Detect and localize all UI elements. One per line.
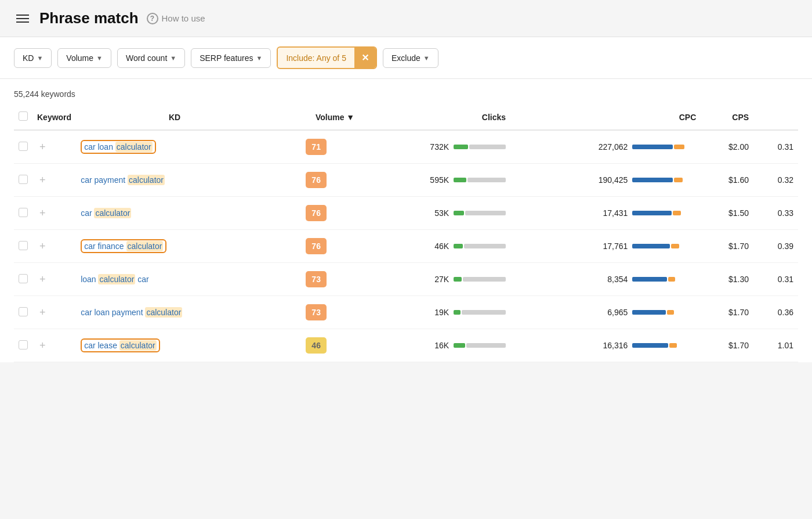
- cps-cell: 0.32: [753, 164, 798, 197]
- cps-header: CPS: [701, 104, 753, 130]
- help-label: How to use: [162, 13, 205, 23]
- kd-filter-button[interactable]: KD ▼: [14, 48, 52, 68]
- keyword-cell: car finance calculator: [76, 230, 273, 263]
- keywords-count: 55,244 keywords: [14, 79, 798, 104]
- clicks-bar-blue: [632, 178, 673, 182]
- kd-cell: 76: [273, 197, 359, 230]
- volume-bar-gray: [465, 211, 506, 215]
- cps-value: 0.31: [778, 142, 793, 152]
- keyword-link[interactable]: loan calculator car: [81, 274, 149, 284]
- add-keyword-button[interactable]: +: [37, 273, 48, 286]
- cpc-cell: $1.70: [701, 230, 753, 263]
- volume-bar-gray: [466, 343, 506, 348]
- clicks-bar-blue: [632, 145, 673, 149]
- kd-header: KD: [76, 104, 273, 130]
- volume-cell: 732K: [359, 130, 510, 164]
- kd-badge: 73: [306, 271, 327, 287]
- clicks-bar-blue: [632, 211, 672, 215]
- header: Phrase match ? How to use: [0, 0, 812, 37]
- add-keyword-button[interactable]: +: [37, 340, 48, 352]
- cpc-value: $2.00: [728, 142, 749, 152]
- highlighted-word: calculator: [145, 307, 182, 318]
- exclude-chevron-icon: ▼: [423, 55, 430, 62]
- serp-chevron-icon: ▼: [256, 55, 263, 62]
- table-row: +car lease calculator46 16K 16,316 $1.70…: [14, 329, 798, 362]
- add-keyword-button[interactable]: +: [37, 240, 48, 253]
- keyword-link[interactable]: car loan calculator: [84, 142, 153, 152]
- add-button-cell: +: [32, 164, 76, 197]
- table-row: +car payment calculator76 595K 190,425 $…: [14, 164, 798, 197]
- cps-cell: 0.39: [753, 230, 798, 263]
- keyword-link[interactable]: car loan payment calculator: [81, 307, 182, 318]
- word-count-filter-button[interactable]: Word count ▼: [117, 48, 185, 68]
- menu-button[interactable]: [14, 12, 31, 25]
- serp-filter-button[interactable]: SERP features ▼: [191, 48, 271, 68]
- volume-bar-green: [454, 178, 466, 182]
- select-all-checkbox[interactable]: [19, 111, 28, 121]
- table-row: +car calculator76 53K 17,431 $1.500.33: [14, 197, 798, 230]
- clicks-cell: 6,965: [510, 296, 701, 329]
- clicks-bar: [632, 211, 696, 215]
- clicks-header: Clicks: [359, 104, 510, 130]
- row-checkbox-cell: [14, 130, 32, 164]
- volume-chevron-icon: ▼: [96, 55, 103, 62]
- kd-badge: 46: [306, 337, 327, 354]
- kd-cell: 73: [273, 263, 359, 296]
- add-button-cell: +: [32, 130, 76, 164]
- keyword-outlined: car loan calculator: [81, 140, 156, 154]
- volume-value: 46K: [434, 242, 449, 251]
- highlighted-word: calculator: [98, 274, 135, 284]
- volume-bar: [454, 178, 506, 182]
- cpc-cell: $1.70: [701, 296, 753, 329]
- row-checkbox-cell: [14, 263, 32, 296]
- row-checkbox-cell: [14, 197, 32, 230]
- cpc-value: $1.70: [728, 341, 749, 350]
- add-keyword-button[interactable]: +: [37, 141, 48, 153]
- help-link[interactable]: ? How to use: [147, 13, 205, 24]
- clicks-bar-orange: [674, 178, 683, 182]
- row-checkbox[interactable]: [19, 142, 28, 151]
- cps-cell: 1.01: [753, 329, 798, 362]
- exclude-filter-button[interactable]: Exclude ▼: [383, 48, 438, 68]
- cpc-value: $1.70: [728, 242, 749, 251]
- volume-bar: [454, 211, 506, 215]
- table-row: +car loan payment calculator73 19K 6,965…: [14, 296, 798, 329]
- main-content: 55,244 keywords Keyword KD Volume ▼ Clic…: [0, 79, 812, 362]
- row-checkbox[interactable]: [19, 307, 28, 316]
- volume-cell: 16K: [359, 329, 510, 362]
- keyword-link[interactable]: car calculator: [81, 208, 131, 218]
- add-keyword-button[interactable]: +: [37, 207, 48, 219]
- clicks-bar-orange: [674, 145, 684, 149]
- volume-bar-gray: [469, 145, 506, 149]
- keyword-link[interactable]: car payment calculator: [81, 175, 165, 185]
- volume-bar-green: [454, 145, 468, 149]
- kd-badge: 73: [306, 304, 327, 320]
- filters-bar: KD ▼ Volume ▼ Word count ▼ SERP features…: [0, 37, 812, 79]
- add-keyword-button[interactable]: +: [37, 174, 48, 186]
- cps-value: 0.31: [778, 275, 793, 284]
- cpc-value: $1.50: [728, 208, 749, 218]
- volume-bar-green: [454, 211, 464, 215]
- volume-bar: [454, 244, 506, 248]
- volume-bar: [454, 343, 506, 348]
- volume-filter-button[interactable]: Volume ▼: [57, 48, 111, 68]
- row-checkbox[interactable]: [19, 274, 28, 283]
- add-keyword-button[interactable]: +: [37, 307, 48, 319]
- clicks-bar: [632, 343, 696, 348]
- clicks-cell: 227,062: [510, 130, 701, 164]
- cps-value: 1.01: [778, 341, 793, 350]
- add-button-cell: +: [32, 197, 76, 230]
- keyword-link[interactable]: car lease calculator: [84, 340, 157, 351]
- volume-cell: 27K: [359, 263, 510, 296]
- volume-bar-gray: [462, 310, 506, 315]
- row-checkbox-cell: [14, 329, 32, 362]
- table-row: +car loan calculator71 732K 227,062 $2.0…: [14, 130, 798, 164]
- include-filter-close-button[interactable]: ✕: [354, 48, 376, 68]
- row-checkbox[interactable]: [19, 340, 28, 349]
- add-button-cell: +: [32, 263, 76, 296]
- keyword-link[interactable]: car finance calculator: [84, 241, 163, 251]
- row-checkbox[interactable]: [19, 175, 28, 184]
- row-checkbox[interactable]: [19, 241, 28, 250]
- volume-value: 53K: [434, 208, 449, 218]
- row-checkbox[interactable]: [19, 208, 28, 217]
